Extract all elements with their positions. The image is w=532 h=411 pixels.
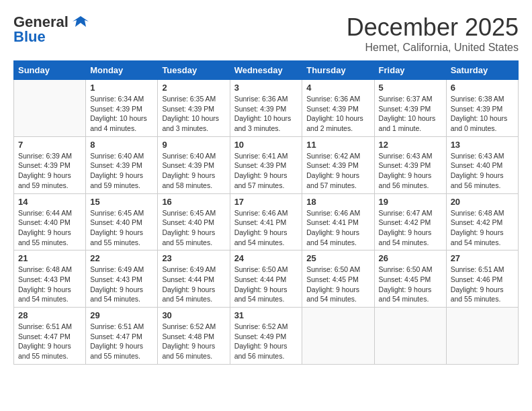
cell-info: Sunrise: 6:39 AM Sunset: 4:39 PM Dayligh… [18,151,81,191]
calendar-week-5: 28Sunrise: 6:51 AM Sunset: 4:47 PM Dayli… [14,308,519,365]
col-header-tuesday: Tuesday [158,61,230,80]
calendar-cell: 22Sunrise: 6:49 AM Sunset: 4:43 PM Dayli… [86,250,158,308]
day-number: 9 [162,140,225,150]
cell-info: Sunrise: 6:50 AM Sunset: 4:45 PM Dayligh… [306,265,369,304]
calendar-cell: 4Sunrise: 6:36 AM Sunset: 4:39 PM Daylig… [302,80,374,137]
cell-info: Sunrise: 6:46 AM Sunset: 4:41 PM Dayligh… [306,208,369,248]
calendar-cell: 28Sunrise: 6:51 AM Sunset: 4:47 PM Dayli… [14,308,86,365]
calendar-cell: 13Sunrise: 6:43 AM Sunset: 4:40 PM Dayli… [446,136,518,193]
cell-info: Sunrise: 6:34 AM Sunset: 4:39 PM Dayligh… [90,94,153,134]
cell-info: Sunrise: 6:48 AM Sunset: 4:43 PM Dayligh… [18,265,81,304]
calendar-cell: 30Sunrise: 6:52 AM Sunset: 4:48 PM Dayli… [158,308,230,365]
calendar-cell: 27Sunrise: 6:51 AM Sunset: 4:46 PM Dayli… [446,250,518,308]
col-header-sunday: Sunday [14,61,86,80]
calendar-cell: 15Sunrise: 6:45 AM Sunset: 4:40 PM Dayli… [86,193,158,250]
calendar-week-3: 14Sunrise: 6:44 AM Sunset: 4:40 PM Dayli… [14,193,519,250]
day-number: 26 [379,253,442,263]
cell-info: Sunrise: 6:40 AM Sunset: 4:39 PM Dayligh… [90,151,153,191]
calendar-cell: 11Sunrise: 6:42 AM Sunset: 4:39 PM Dayli… [302,136,374,193]
calendar-cell: 16Sunrise: 6:45 AM Sunset: 4:40 PM Dayli… [158,193,230,250]
cell-info: Sunrise: 6:49 AM Sunset: 4:43 PM Dayligh… [90,265,153,304]
calendar-cell: 24Sunrise: 6:50 AM Sunset: 4:44 PM Dayli… [230,250,302,308]
day-number: 2 [162,83,225,93]
cell-info: Sunrise: 6:35 AM Sunset: 4:39 PM Dayligh… [162,94,225,134]
day-number: 10 [234,140,298,150]
cell-info: Sunrise: 6:46 AM Sunset: 4:41 PM Dayligh… [234,208,298,248]
calendar-cell: 26Sunrise: 6:50 AM Sunset: 4:45 PM Dayli… [374,250,446,308]
day-number: 29 [90,310,153,320]
calendar-cell [302,308,374,365]
day-number: 31 [234,310,298,320]
cell-info: Sunrise: 6:47 AM Sunset: 4:42 PM Dayligh… [379,208,442,248]
cell-info: Sunrise: 6:37 AM Sunset: 4:39 PM Dayligh… [379,94,442,134]
calendar-cell: 10Sunrise: 6:41 AM Sunset: 4:39 PM Dayli… [230,136,302,193]
day-number: 14 [18,197,81,207]
cell-info: Sunrise: 6:51 AM Sunset: 4:47 PM Dayligh… [18,322,81,361]
col-header-friday: Friday [374,61,446,80]
calendar-cell: 14Sunrise: 6:44 AM Sunset: 4:40 PM Dayli… [14,193,86,250]
logo: General Blue [13,13,90,46]
calendar-cell: 23Sunrise: 6:49 AM Sunset: 4:44 PM Dayli… [158,250,230,308]
col-header-thursday: Thursday [302,61,374,80]
calendar-week-2: 7Sunrise: 6:39 AM Sunset: 4:39 PM Daylig… [14,136,519,193]
day-number: 11 [306,140,369,150]
day-number: 17 [234,197,298,207]
day-number: 8 [90,140,153,150]
cell-info: Sunrise: 6:40 AM Sunset: 4:39 PM Dayligh… [162,151,225,191]
cell-info: Sunrise: 6:43 AM Sunset: 4:40 PM Dayligh… [451,151,514,191]
day-number: 15 [90,197,153,207]
cell-info: Sunrise: 6:41 AM Sunset: 4:39 PM Dayligh… [234,151,298,191]
day-number: 20 [451,197,514,207]
calendar-cell: 1Sunrise: 6:34 AM Sunset: 4:39 PM Daylig… [86,80,158,137]
calendar-cell: 9Sunrise: 6:40 AM Sunset: 4:39 PM Daylig… [158,136,230,193]
page-header: General Blue December 2025 Hemet, Califo… [13,13,519,54]
logo-blue: Blue [13,28,46,46]
calendar-week-4: 21Sunrise: 6:48 AM Sunset: 4:43 PM Dayli… [14,250,519,308]
logo-bird-icon [71,15,90,30]
calendar-table: SundayMondayTuesdayWednesdayThursdayFrid… [13,60,519,365]
day-number: 27 [451,253,514,263]
calendar-subtitle: Hemet, California, United States [347,42,519,54]
cell-info: Sunrise: 6:51 AM Sunset: 4:46 PM Dayligh… [451,265,514,304]
cell-info: Sunrise: 6:50 AM Sunset: 4:45 PM Dayligh… [379,265,442,304]
cell-info: Sunrise: 6:51 AM Sunset: 4:47 PM Dayligh… [90,322,153,361]
col-header-saturday: Saturday [446,61,518,80]
day-number: 21 [18,253,81,263]
cell-info: Sunrise: 6:43 AM Sunset: 4:39 PM Dayligh… [379,151,442,191]
cell-info: Sunrise: 6:52 AM Sunset: 4:48 PM Dayligh… [162,322,225,361]
cell-info: Sunrise: 6:38 AM Sunset: 4:39 PM Dayligh… [451,94,514,134]
calendar-cell: 20Sunrise: 6:48 AM Sunset: 4:42 PM Dayli… [446,193,518,250]
calendar-title: December 2025 [347,13,519,42]
day-number: 23 [162,253,225,263]
cell-info: Sunrise: 6:36 AM Sunset: 4:39 PM Dayligh… [306,94,369,134]
day-number: 16 [162,197,225,207]
calendar-cell [446,308,518,365]
cell-info: Sunrise: 6:42 AM Sunset: 4:39 PM Dayligh… [306,151,369,191]
title-section: December 2025 Hemet, California, United … [347,13,519,54]
cell-info: Sunrise: 6:36 AM Sunset: 4:39 PM Dayligh… [234,94,298,134]
day-number: 24 [234,253,298,263]
calendar-cell: 2Sunrise: 6:35 AM Sunset: 4:39 PM Daylig… [158,80,230,137]
cell-info: Sunrise: 6:45 AM Sunset: 4:40 PM Dayligh… [162,208,225,248]
col-header-wednesday: Wednesday [230,61,302,80]
day-number: 3 [234,83,298,93]
day-number: 4 [306,83,369,93]
calendar-cell: 6Sunrise: 6:38 AM Sunset: 4:39 PM Daylig… [446,80,518,137]
day-number: 28 [18,310,81,320]
day-number: 7 [18,140,81,150]
day-number: 1 [90,83,153,93]
day-number: 5 [379,83,442,93]
calendar-cell: 8Sunrise: 6:40 AM Sunset: 4:39 PM Daylig… [86,136,158,193]
day-number: 12 [379,140,442,150]
cell-info: Sunrise: 6:45 AM Sunset: 4:40 PM Dayligh… [90,208,153,248]
calendar-cell: 17Sunrise: 6:46 AM Sunset: 4:41 PM Dayli… [230,193,302,250]
calendar-cell: 3Sunrise: 6:36 AM Sunset: 4:39 PM Daylig… [230,80,302,137]
day-number: 25 [306,253,369,263]
calendar-cell: 21Sunrise: 6:48 AM Sunset: 4:43 PM Dayli… [14,250,86,308]
day-number: 30 [162,310,225,320]
svg-marker-0 [73,16,89,27]
cell-info: Sunrise: 6:44 AM Sunset: 4:40 PM Dayligh… [18,208,81,248]
calendar-cell: 5Sunrise: 6:37 AM Sunset: 4:39 PM Daylig… [374,80,446,137]
col-header-monday: Monday [86,61,158,80]
day-number: 19 [379,197,442,207]
